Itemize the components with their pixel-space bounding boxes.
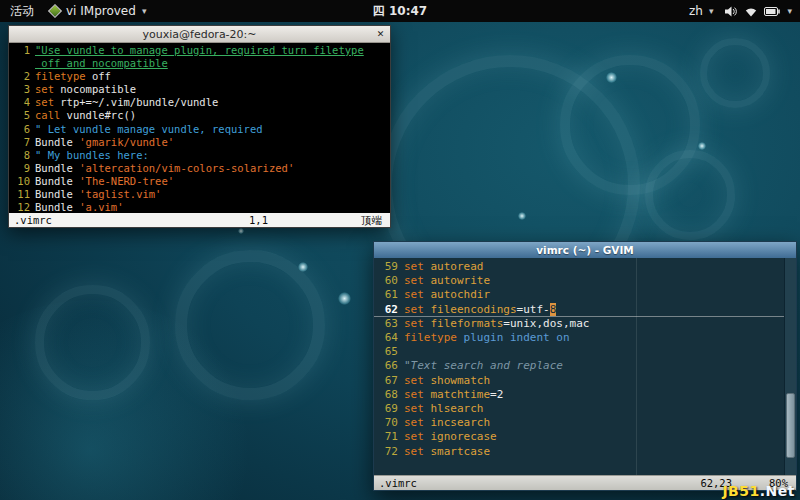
- chevron-down-icon: ▾: [787, 6, 792, 16]
- network-icon: [745, 6, 757, 17]
- vim-line: 63set fileformats=unix,dos,mac: [374, 317, 784, 331]
- terminal-window: youxia@fedora-20:~ ✕ 1"Use vundle to man…: [8, 25, 391, 228]
- line-number: 4: [9, 96, 35, 109]
- terminal-titlebar[interactable]: youxia@fedora-20:~ ✕: [9, 26, 390, 43]
- line-number: 59: [374, 260, 404, 274]
- vim-line: 65: [374, 345, 784, 359]
- line-number: 10: [9, 175, 35, 188]
- vim-line: 62set fileencodings=utf-8: [374, 303, 784, 317]
- line-number: 60: [374, 274, 404, 288]
- vim-line: 6" Let vundle manage vundle, required: [9, 123, 390, 136]
- chevron-down-icon: ▾: [709, 6, 714, 16]
- vim-line: 69set hlsearch: [374, 402, 784, 416]
- vim-line: 68set matchtime=2: [374, 388, 784, 402]
- statusline-filename: .vimrc: [379, 476, 417, 490]
- vim-line: 10Bundle 'The-NERD-tree': [9, 175, 390, 188]
- wallpaper-decoration: [338, 292, 351, 305]
- vim-line: 64filetype plugin indent on: [374, 331, 784, 345]
- wallpaper-decoration: [35, 285, 150, 400]
- line-number: 67: [374, 374, 404, 388]
- line-number: 6: [9, 123, 35, 136]
- clock[interactable]: 四 10:47: [373, 3, 427, 20]
- line-number: 61: [374, 288, 404, 302]
- vim-line: 3set nocompatible: [9, 83, 390, 96]
- statusline-scroll-indicator: 顶端: [361, 213, 382, 227]
- wallpaper-decoration: [700, 38, 770, 108]
- statusline-filename: .vimrc: [14, 213, 52, 227]
- line-number: 12: [9, 201, 35, 213]
- line-number: 72: [374, 445, 404, 459]
- vim-line: 61set autochdir: [374, 288, 784, 302]
- watermark-part1: JB51: [722, 483, 759, 499]
- line-number: 9: [9, 162, 35, 175]
- line-number: 2: [9, 70, 35, 83]
- vim-line: 71set ignorecase: [374, 430, 784, 444]
- vim-line: 2filetype off: [9, 70, 390, 83]
- vim-line: 9Bundle 'altercation/vim-colors-solarize…: [9, 162, 390, 175]
- vim-line: 72set smartcase: [374, 445, 784, 459]
- vim-line: 7Bundle 'gmarik/vundle': [9, 136, 390, 149]
- gvim-window: vimrc (~) - GVIM 59set autoread60set aut…: [373, 241, 797, 491]
- vim-line: 12Bundle 'a.vim': [9, 201, 390, 213]
- vim-line: 4set rtp+=~/.vim/bundle/vundle: [9, 96, 390, 109]
- input-method-indicator[interactable]: zh ▾: [689, 4, 713, 18]
- system-status-area[interactable]: ▾: [725, 6, 792, 17]
- watermark-part2: .Net: [760, 483, 795, 499]
- line-number: 7: [9, 136, 35, 149]
- vim-line: 66"Text search and replace: [374, 359, 784, 373]
- statusline-cursor-position: 1,1: [249, 213, 268, 227]
- line-number: 63: [374, 317, 404, 331]
- vim-line: 59set autoread: [374, 260, 784, 274]
- battery-icon: [764, 7, 780, 16]
- gvim-title: vimrc (~) - GVIM: [536, 244, 634, 256]
- scrollbar-thumb[interactable]: [786, 393, 795, 458]
- terminal-vim-text-area[interactable]: 1"Use vundle to manage plugin, required …: [9, 43, 390, 213]
- line-number: 69: [374, 402, 404, 416]
- line-number: 5: [9, 109, 35, 122]
- wallpaper-decoration: [698, 142, 706, 150]
- scrollbar[interactable]: [784, 258, 796, 475]
- app-menu-label: vi IMproved: [66, 4, 136, 18]
- line-number: 8: [9, 149, 35, 162]
- line-number: 68: [374, 388, 404, 402]
- vim-line: 8" My bundles here:: [9, 149, 390, 162]
- input-method-label: zh: [689, 4, 703, 18]
- wallpaper-decoration: [175, 250, 325, 400]
- line-number: 65: [374, 345, 404, 359]
- line-number: 71: [374, 430, 404, 444]
- line-number: [9, 57, 35, 70]
- terminal-title: youxia@fedora-20:~: [142, 28, 256, 41]
- gvim-titlebar[interactable]: vimrc (~) - GVIM: [374, 242, 796, 258]
- line-number: 62: [374, 303, 404, 317]
- wallpaper-decoration: [518, 212, 526, 220]
- vim-line: 60set autowrite: [374, 274, 784, 288]
- line-number: 1: [9, 44, 35, 57]
- vim-line: 5call vundle#rc(): [9, 109, 390, 122]
- line-number: 70: [374, 416, 404, 430]
- volume-icon: [725, 6, 738, 17]
- watermark: JB51.Net: [722, 483, 795, 499]
- wallpaper-decoration: [238, 228, 244, 234]
- close-icon[interactable]: ✕: [374, 28, 387, 41]
- line-number: 3: [9, 83, 35, 96]
- vim-app-icon: [48, 4, 62, 18]
- desktop: 活动 vi IMproved ▾ 四 10:47 zh ▾: [0, 0, 800, 500]
- app-menu[interactable]: vi IMproved ▾: [50, 4, 146, 18]
- vim-line: off and nocompatible: [9, 57, 390, 70]
- wallpaper-decoration: [298, 262, 308, 272]
- line-number: 11: [9, 188, 35, 201]
- terminal-vim-statusline: .vimrc 1,1 顶端: [9, 213, 390, 227]
- line-number: 64: [374, 331, 404, 345]
- chevron-down-icon: ▾: [142, 6, 147, 16]
- activities-button[interactable]: 活动: [10, 3, 34, 20]
- vim-line: 1"Use vundle to manage plugin, required …: [9, 44, 390, 57]
- vim-line: 67set showmatch: [374, 374, 784, 388]
- vim-line: 11Bundle 'taglist.vim': [9, 188, 390, 201]
- top-bar: 活动 vi IMproved ▾ 四 10:47 zh ▾: [0, 0, 800, 22]
- line-number: 66: [374, 359, 404, 373]
- gvim-text-area[interactable]: 59set autoread60set autowrite61set autoc…: [374, 258, 784, 475]
- vim-line: 70set incsearch: [374, 416, 784, 430]
- wallpaper-decoration: [606, 72, 617, 83]
- wallpaper-decoration: [645, 150, 735, 240]
